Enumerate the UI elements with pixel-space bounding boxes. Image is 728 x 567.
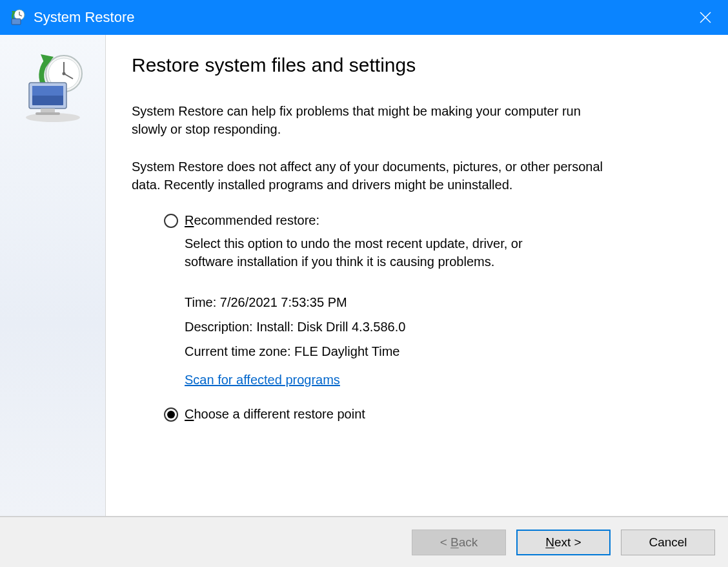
detail-timezone: Current time zone: FLE Daylight Time: [185, 339, 689, 364]
intro-paragraph-2: System Restore does not affect any of yo…: [132, 158, 609, 194]
system-restore-large-icon: [17, 53, 88, 127]
restore-point-details: Time: 7/26/2021 7:53:35 PM Description: …: [185, 290, 689, 364]
svg-point-10: [62, 72, 65, 76]
radio-choose-row[interactable]: Choose a different restore point: [164, 407, 689, 422]
sidebar: [0, 35, 106, 516]
radio-recommended-row[interactable]: Recommended restore:: [164, 213, 689, 228]
scan-affected-link[interactable]: Scan for affected programs: [185, 373, 340, 387]
radio-recommended[interactable]: [164, 214, 178, 228]
radio-recommended-label: Recommended restore:: [185, 213, 319, 228]
footer: < Back Next > Cancel: [0, 517, 728, 567]
close-icon: [700, 12, 711, 23]
next-button[interactable]: Next >: [516, 530, 611, 555]
cancel-button[interactable]: Cancel: [621, 530, 715, 555]
intro-paragraph-1: System Restore can help fix problems tha…: [132, 102, 609, 138]
close-button[interactable]: [683, 0, 728, 35]
radio-choose-label: Choose a different restore point: [185, 407, 365, 422]
detail-time: Time: 7/26/2021 7:53:35 PM: [185, 290, 689, 314]
back-button-label: < Back: [440, 535, 478, 550]
radio-choose-different[interactable]: [164, 407, 178, 422]
body: Restore system files and settings System…: [0, 35, 728, 517]
option-recommended: Recommended restore: Select this option …: [164, 213, 689, 422]
titlebar: System Restore: [0, 0, 728, 35]
main-content: Restore system files and settings System…: [106, 35, 728, 516]
back-button: < Back: [412, 530, 506, 555]
detail-description: Description: Install: Disk Drill 4.3.586…: [185, 314, 689, 339]
svg-rect-16: [35, 112, 60, 115]
recommended-desc: Select this option to undo the most rece…: [185, 234, 572, 271]
svg-rect-14: [32, 86, 63, 96]
svg-rect-15: [41, 108, 55, 112]
page-heading: Restore system files and settings: [132, 54, 689, 76]
system-restore-icon: [9, 8, 27, 26]
next-button-label: Next >: [545, 535, 581, 550]
cancel-button-label: Cancel: [649, 535, 687, 550]
window-title: System Restore: [34, 9, 135, 26]
svg-rect-2: [12, 19, 21, 25]
